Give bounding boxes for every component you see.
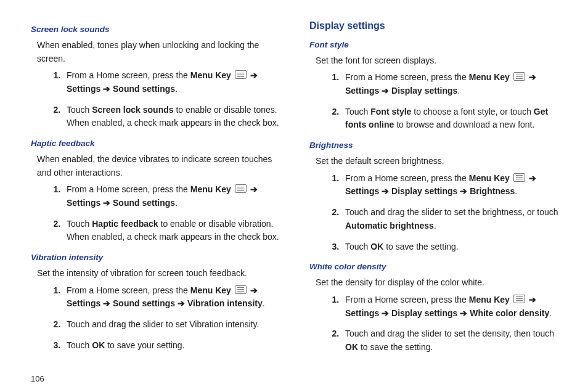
label-display-settings: Display settings — [391, 308, 457, 318]
text: Touch and drag the slider to set the den… — [345, 329, 554, 338]
intro-screen-lock-sounds: When enabled, tones play when unlocking … — [37, 39, 278, 65]
label-settings: Settings — [67, 298, 100, 308]
text: . — [457, 86, 460, 96]
step: Touch and drag the slider to set the bri… — [341, 206, 563, 232]
step: From a Home screen, press the Menu Key ➔… — [63, 183, 285, 210]
heading-white-color-density: White color density — [309, 261, 563, 274]
text: From a Home screen, press the — [67, 184, 190, 194]
intro-brightness: Set the default screen brightness. — [316, 155, 557, 168]
text: . — [549, 308, 552, 318]
arrow-icon: ➔ — [100, 198, 113, 208]
intro-font-style: Set the font for screen displays. — [316, 54, 557, 68]
label-menu-key: Menu Key — [469, 72, 510, 82]
heading-screen-lock-sounds: Screen lock sounds — [31, 23, 285, 36]
menu-key-icon — [235, 285, 247, 294]
text: From a Home screen, press the — [67, 285, 190, 295]
label-settings: Settings — [67, 198, 100, 208]
text: to choose a font style, or touch — [411, 107, 533, 116]
text: . — [175, 198, 178, 208]
menu-key-icon — [513, 72, 525, 81]
menu-key-icon — [513, 295, 525, 303]
page-number: 106 — [31, 374, 44, 383]
arrow-icon: ➔ — [175, 298, 187, 308]
arrow-icon: ➔ — [248, 184, 258, 194]
step: From a Home screen, press the Menu Key ➔… — [341, 71, 563, 97]
text: Touch and drag the slider to set the bri… — [345, 207, 558, 217]
text: . — [434, 221, 436, 231]
intro-white-color-density: Set the density for display of the color… — [316, 276, 557, 290]
step: Touch Haptic feedback to enable or disab… — [63, 218, 285, 244]
menu-key-icon — [235, 184, 247, 193]
label-haptic-feedback: Haptic feedback — [92, 219, 158, 229]
text: From a Home screen, press the — [345, 295, 469, 304]
text: to save the setting. — [358, 342, 433, 352]
left-column: Screen lock sounds When enabled, tones p… — [31, 18, 285, 362]
label-white-color-density: White color density — [470, 308, 549, 318]
label-settings: Settings — [345, 86, 379, 96]
content-columns: Screen lock sounds When enabled, tones p… — [31, 18, 563, 362]
label-display-settings: Display settings — [391, 186, 457, 196]
heading-haptic-feedback: Haptic feedback — [31, 137, 285, 150]
arrow-icon: ➔ — [100, 84, 113, 94]
text: Touch — [67, 219, 92, 229]
arrow-icon: ➔ — [248, 285, 258, 295]
heading-display-settings: Display settings — [309, 18, 563, 34]
text: Touch and drag the slider to set Vibrati… — [67, 319, 259, 329]
intro-haptic-feedback: When enabled, the device vibrates to ind… — [37, 153, 278, 179]
arrow-icon: ➔ — [526, 295, 536, 304]
arrow-icon: ➔ — [379, 186, 391, 196]
steps-screen-lock-sounds: From a Home screen, press the Menu Key ➔… — [31, 69, 285, 130]
text: to browse and download a new font. — [394, 120, 534, 129]
text: to save your setting. — [105, 340, 184, 350]
label-menu-key: Menu Key — [190, 70, 231, 80]
step: From a Home screen, press the Menu Key ➔… — [63, 284, 285, 311]
text: Touch — [345, 242, 370, 251]
label-vibration-intensity: Vibration intensity — [187, 298, 263, 308]
heading-font-style: Font style — [309, 39, 563, 52]
label-sound-settings: Sound settings — [113, 298, 175, 308]
arrow-icon: ➔ — [248, 70, 258, 80]
text: From a Home screen, press the — [345, 72, 469, 82]
label-ok: OK — [345, 342, 358, 352]
heading-vibration-intensity: Vibration intensity — [31, 251, 285, 264]
intro-vibration-intensity: Set the intensity of vibration for scree… — [37, 267, 278, 280]
manual-page: Screen lock sounds When enabled, tones p… — [0, 0, 588, 392]
arrow-icon: ➔ — [457, 186, 470, 196]
label-ok: OK — [370, 242, 383, 251]
arrow-icon: ➔ — [379, 86, 391, 96]
arrow-icon: ➔ — [526, 72, 536, 82]
step: Touch and drag the slider to set the den… — [341, 327, 563, 354]
label-menu-key: Menu Key — [190, 285, 231, 295]
label-sound-settings: Sound settings — [113, 84, 175, 94]
heading-brightness: Brightness — [309, 139, 563, 152]
text: . — [263, 298, 265, 308]
steps-brightness: From a Home screen, press the Menu Key ➔… — [309, 172, 563, 253]
step: From a Home screen, press the Menu Key ➔… — [341, 293, 563, 320]
label-font-style: Font style — [370, 107, 411, 116]
steps-white-color-density: From a Home screen, press the Menu Key ➔… — [309, 293, 563, 354]
step: From a Home screen, press the Menu Key ➔… — [341, 172, 563, 198]
label-screen-lock-sounds: Screen lock sounds — [92, 105, 173, 115]
right-column: Display settings Font style Set the font… — [309, 18, 563, 362]
label-menu-key: Menu Key — [469, 173, 510, 183]
label-menu-key: Menu Key — [469, 295, 510, 304]
text: Touch — [345, 107, 370, 116]
menu-key-icon — [513, 173, 525, 182]
text: From a Home screen, press the — [345, 173, 469, 183]
label-settings: Settings — [345, 186, 379, 196]
text: Touch — [67, 105, 92, 115]
label-settings: Settings — [345, 308, 379, 318]
arrow-icon: ➔ — [457, 308, 470, 318]
label-brightness: Brightness — [470, 186, 515, 196]
text: From a Home screen, press the — [67, 70, 190, 80]
steps-haptic-feedback: From a Home screen, press the Menu Key ➔… — [31, 183, 285, 244]
label-sound-settings: Sound settings — [113, 198, 175, 208]
step: From a Home screen, press the Menu Key ➔… — [63, 69, 285, 96]
text: to save the setting. — [383, 242, 458, 251]
step: Touch and drag the slider to set Vibrati… — [63, 318, 285, 332]
label-settings: Settings — [67, 84, 100, 94]
steps-vibration-intensity: From a Home screen, press the Menu Key ➔… — [31, 284, 285, 353]
label-ok: OK — [92, 340, 105, 350]
text: . — [515, 186, 517, 196]
step: Touch OK to save the setting. — [341, 240, 563, 254]
